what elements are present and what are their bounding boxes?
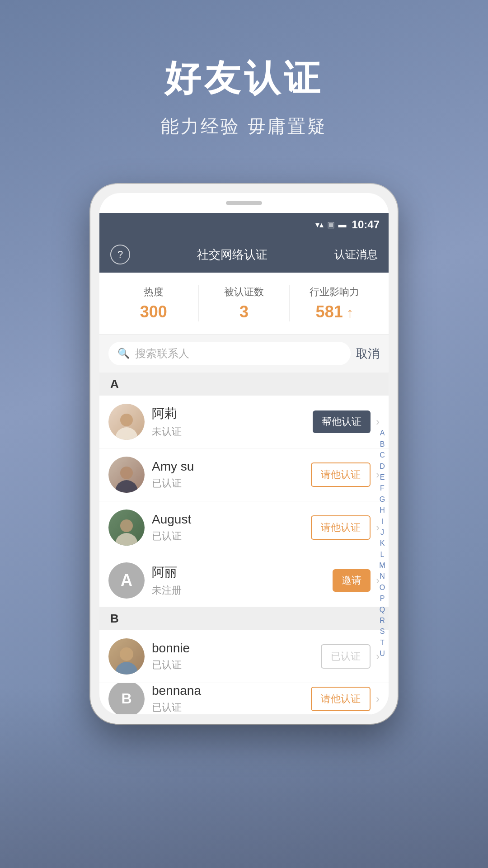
alpha-L[interactable]: L bbox=[378, 550, 387, 560]
main-title: 好友认证 bbox=[18, 54, 470, 103]
search-input-wrapper[interactable]: 🔍 搜索联系人 bbox=[108, 342, 351, 365]
invite-btn-ali2[interactable]: 邀请 bbox=[333, 569, 371, 592]
action-area-ali: 帮他认证 › bbox=[313, 410, 380, 433]
phone-mockup: ▾▴ ▣ ▬ 10:47 ? 社交网络认证 认证消息 bbox=[90, 184, 398, 724]
contact-bennana[interactable]: B bennana 已认证 请他认证 › bbox=[99, 683, 389, 715]
request-certify-btn-bennana[interactable]: 请他认证 bbox=[311, 687, 371, 711]
heat-label: 热度 bbox=[108, 285, 198, 299]
question-icon: ? bbox=[117, 249, 123, 260]
stat-influence: 行业影响力 581 bbox=[290, 285, 380, 321]
contact-ali[interactable]: 阿莉 未认证 帮他认证 › bbox=[99, 396, 389, 448]
alphabet-index[interactable]: A B C D E F G H I J K L M N O bbox=[378, 373, 387, 715]
contact-name-august: August bbox=[152, 512, 304, 527]
status-bar: ▾▴ ▣ ▬ 10:47 bbox=[99, 213, 389, 236]
cancel-button[interactable]: 取消 bbox=[356, 346, 380, 362]
alpha-P[interactable]: P bbox=[378, 594, 387, 604]
certified-btn-bonnie[interactable]: 已认证 bbox=[321, 644, 371, 669]
alpha-D[interactable]: D bbox=[378, 462, 387, 472]
alpha-O[interactable]: O bbox=[378, 583, 387, 593]
alpha-F[interactable]: F bbox=[378, 483, 387, 493]
stat-heat: 热度 300 bbox=[108, 285, 198, 321]
avatar-ali bbox=[108, 404, 145, 440]
alpha-J[interactable]: J bbox=[378, 528, 387, 538]
contact-status-ali2: 未注册 bbox=[152, 584, 325, 597]
contact-status-bennana: 已认证 bbox=[152, 701, 304, 714]
avatar-letter-ali2: A bbox=[121, 571, 132, 590]
help-certify-btn-ali[interactable]: 帮他认证 bbox=[313, 410, 371, 433]
action-area-bonnie: 已认证 › bbox=[321, 644, 380, 669]
avatar-letter-bennana: B bbox=[121, 690, 131, 707]
screen-content: 热度 300 被认证数 3 行业影响力 581 bbox=[99, 273, 389, 715]
contact-status-august: 已认证 bbox=[152, 529, 304, 543]
stat-certified: 被认证数 3 bbox=[199, 285, 289, 321]
phone-outer: ▾▴ ▣ ▬ 10:47 ? 社交网络认证 认证消息 bbox=[90, 184, 398, 724]
battery-icon: ▬ bbox=[338, 220, 347, 230]
contact-bonnie[interactable]: bonnie 已认证 已认证 › bbox=[99, 630, 389, 683]
certified-value: 3 bbox=[199, 302, 289, 321]
person-silhouette-amy bbox=[108, 457, 145, 493]
alpha-B[interactable]: B bbox=[378, 439, 387, 449]
influence-value: 581 bbox=[290, 302, 380, 321]
action-area-august: 请他认证 › bbox=[311, 515, 380, 540]
influence-label: 行业影响力 bbox=[290, 285, 380, 299]
alpha-S[interactable]: S bbox=[378, 627, 387, 637]
signal-icon: ▣ bbox=[327, 220, 335, 230]
contact-info-ali: 阿莉 未认证 bbox=[152, 405, 305, 439]
contact-name-ali: 阿莉 bbox=[152, 405, 305, 422]
certified-label: 被认证数 bbox=[199, 285, 289, 299]
contact-info-amy: Amy su 已认证 bbox=[152, 459, 304, 490]
nav-bar: ? 社交网络认证 认证消息 bbox=[99, 236, 389, 273]
contact-amy[interactable]: Amy su 已认证 请他认证 › bbox=[99, 448, 389, 501]
request-certify-btn-amy[interactable]: 请他认证 bbox=[311, 462, 371, 487]
nav-title: 社交网络认证 bbox=[139, 247, 325, 263]
alpha-M[interactable]: M bbox=[378, 561, 387, 571]
action-area-ali2: 邀请 › bbox=[333, 569, 380, 592]
search-icon: 🔍 bbox=[117, 348, 130, 359]
alpha-H[interactable]: H bbox=[378, 505, 387, 515]
contact-list-wrapper: A B C D E F G H I J K L M N O bbox=[99, 373, 389, 715]
alpha-I[interactable]: I bbox=[378, 517, 387, 527]
request-certify-btn-august[interactable]: 请他认证 bbox=[311, 515, 371, 540]
phone-inner: ▾▴ ▣ ▬ 10:47 ? 社交网络认证 认证消息 bbox=[99, 193, 389, 715]
search-placeholder: 搜索联系人 bbox=[135, 346, 189, 361]
section-header-a: A bbox=[99, 373, 389, 396]
contact-status-amy: 已认证 bbox=[152, 476, 304, 490]
avatar-bennana: B bbox=[108, 683, 145, 715]
contact-name-ali2: 阿丽 bbox=[152, 564, 325, 581]
alpha-Q[interactable]: Q bbox=[378, 605, 387, 615]
alpha-R[interactable]: R bbox=[378, 616, 387, 626]
contact-ali2[interactable]: A 阿丽 未注册 邀请 › bbox=[99, 554, 389, 607]
contact-status-ali: 未认证 bbox=[152, 425, 305, 439]
phone-speaker bbox=[226, 201, 262, 205]
contact-status-bonnie: 已认证 bbox=[152, 658, 314, 672]
contact-name-amy: Amy su bbox=[152, 459, 304, 474]
alpha-T[interactable]: T bbox=[378, 638, 387, 648]
status-time: 10:47 bbox=[352, 218, 380, 231]
help-button[interactable]: ? bbox=[110, 245, 130, 264]
action-area-amy: 请他认证 › bbox=[311, 462, 380, 487]
alpha-U[interactable]: U bbox=[378, 649, 387, 659]
alpha-C[interactable]: C bbox=[378, 450, 387, 460]
contact-name-bennana: bennana bbox=[152, 684, 304, 698]
sub-title: 能力经验 毋庸置疑 bbox=[18, 114, 470, 139]
alpha-E[interactable]: E bbox=[378, 472, 387, 482]
alpha-G[interactable]: G bbox=[378, 495, 387, 505]
contact-name-bonnie: bonnie bbox=[152, 641, 314, 656]
search-section: 🔍 搜索联系人 取消 bbox=[99, 335, 389, 373]
alpha-K[interactable]: K bbox=[378, 538, 387, 548]
contact-august[interactable]: August 已认证 请他认证 › bbox=[99, 501, 389, 554]
alpha-N[interactable]: N bbox=[378, 571, 387, 581]
person-silhouette-august bbox=[108, 509, 145, 546]
person-silhouette-bonnie bbox=[108, 638, 145, 675]
avatar-bonnie bbox=[108, 638, 145, 675]
wifi-icon: ▾▴ bbox=[315, 220, 324, 230]
contact-info-ali2: 阿丽 未注册 bbox=[152, 564, 325, 597]
header-section: 好友认证 能力经验 毋庸置疑 bbox=[0, 0, 488, 166]
section-header-b: B bbox=[99, 607, 389, 630]
alpha-A[interactable]: A bbox=[378, 428, 387, 438]
person-silhouette-ali bbox=[108, 404, 145, 440]
contact-info-august: August 已认证 bbox=[152, 512, 304, 543]
nav-action-btn[interactable]: 认证消息 bbox=[334, 247, 378, 262]
status-icons: ▾▴ ▣ ▬ bbox=[315, 220, 347, 230]
stats-section: 热度 300 被认证数 3 行业影响力 581 bbox=[99, 273, 389, 335]
